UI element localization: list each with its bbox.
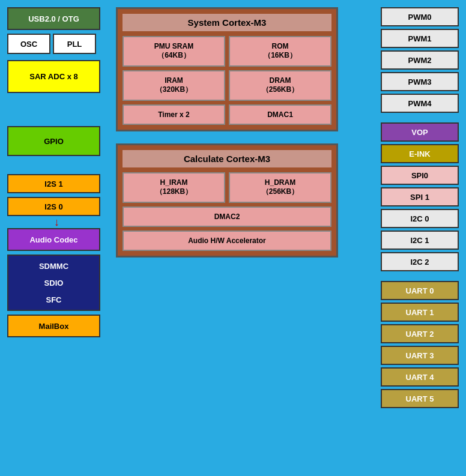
- usb-block: USB2.0 / OTG: [7, 7, 100, 30]
- pwm2-block: PWM2: [381, 50, 459, 70]
- gpio-block: GPIO: [7, 126, 100, 156]
- uart4-block: UART 4: [381, 367, 459, 387]
- audio-codec-block: Audio Codec: [7, 228, 100, 251]
- sfc-block: SFC: [10, 291, 97, 308]
- iram-block: IRAM（320KB）: [123, 70, 225, 101]
- system-cortex-grid: PMU SRAM（64KB） ROM（16KB） IRAM（320KB） DRA…: [123, 36, 331, 125]
- vop-block: VOP: [381, 122, 459, 142]
- system-cortex-container: System Cortex-M3 PMU SRAM（64KB） ROM（16KB…: [116, 7, 338, 131]
- pwm0-block: PWM0: [381, 7, 459, 26]
- uart2-block: UART 2: [381, 324, 459, 343]
- uart1-block: UART 1: [381, 303, 459, 322]
- mailbox-block: MailBox: [7, 315, 100, 337]
- i2s1-block: I2S 1: [7, 174, 100, 193]
- osc-pll-row: OSC PLL: [7, 34, 106, 54]
- right-column: PWM0 PWM1 PWM2 PWM3 PWM4 VOP E-INK SPI0 …: [381, 7, 459, 411]
- storage-group: SDMMC SDIO SFC: [7, 255, 100, 311]
- i2c2-block: I2C 2: [381, 252, 459, 271]
- uart5-block: UART 5: [381, 389, 459, 408]
- uart3-block: UART 3: [381, 346, 459, 365]
- dmac1-block: DMAC1: [229, 104, 331, 125]
- calc-cortex-container: Calculate Cortex-M3 H_IRAM（128KB） H_DRAM…: [116, 143, 338, 258]
- i2c1-block: I2C 1: [381, 230, 459, 250]
- pll-block: PLL: [53, 34, 96, 54]
- uart0-block: UART 0: [381, 281, 459, 300]
- i2c0-block: I2C 0: [381, 209, 459, 228]
- calc-cortex-title: Calculate Cortex-M3: [123, 150, 331, 167]
- pwm4-block: PWM4: [381, 94, 459, 113]
- sdio-block: SDIO: [10, 274, 97, 291]
- dmac2-block: DMAC2: [123, 206, 331, 227]
- system-cortex-title: System Cortex-M3: [123, 14, 331, 31]
- audio-hw-block: Audio H/W Accelerator: [123, 230, 331, 251]
- center-column: System Cortex-M3 PMU SRAM（64KB） ROM（16KB…: [116, 7, 338, 258]
- main-container: USB2.0 / OTG OSC PLL SAR ADC x 8 GPIO I2…: [0, 0, 466, 476]
- spi1-block: SPI 1: [381, 187, 459, 206]
- timer-block: Timer x 2: [123, 104, 225, 125]
- dram-block: DRAM（256KB）: [229, 70, 331, 101]
- sar-adc-block: SAR ADC x 8: [7, 60, 100, 93]
- spi0-block: SPI0: [381, 166, 459, 185]
- eink-block: E-INK: [381, 144, 459, 163]
- rom-block: ROM（16KB）: [229, 36, 331, 67]
- left-column: USB2.0 / OTG OSC PLL SAR ADC x 8 GPIO I2…: [7, 7, 106, 337]
- pwm1-block: PWM1: [381, 29, 459, 48]
- osc-block: OSC: [7, 34, 50, 54]
- calc-mem-grid: H_IRAM（128KB） H_DRAM（256KB）: [123, 172, 331, 203]
- h-dram-block: H_DRAM（256KB）: [229, 172, 331, 203]
- pmu-sram-block: PMU SRAM（64KB）: [123, 36, 225, 67]
- sdmmc-block: SDMMC: [10, 258, 97, 274]
- h-iram-block: H_IRAM（128KB）: [123, 172, 225, 203]
- pwm3-block: PWM3: [381, 72, 459, 91]
- i2s0-block: I2S 0: [7, 197, 100, 216]
- arrow-down-icon: ↓: [7, 216, 106, 228]
